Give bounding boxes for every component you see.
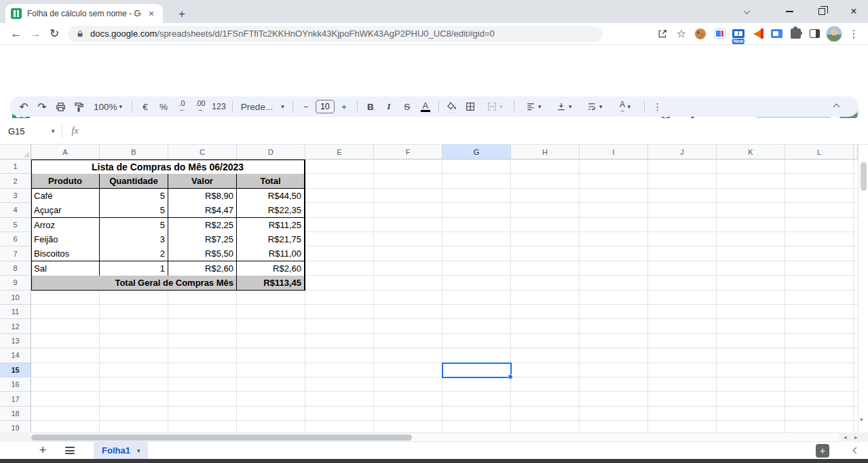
column-header-G[interactable]: G — [442, 145, 511, 160]
name-box[interactable]: G15 — [0, 126, 52, 136]
cell-C4[interactable]: R$4,47 — [168, 203, 237, 218]
column-header-K[interactable]: K — [717, 145, 785, 160]
window-close-button[interactable]: × — [844, 3, 864, 20]
font-size-input[interactable]: 10 — [316, 100, 335, 113]
row-header-5[interactable]: 5 — [0, 218, 31, 232]
borders-icon[interactable] — [461, 98, 479, 115]
text-rotation-icon[interactable]: A→▾ — [610, 98, 640, 115]
row-header-8[interactable]: 8 — [0, 261, 31, 276]
show-side-panel-icon[interactable] — [853, 447, 860, 454]
cell-C3[interactable]: R$8,90 — [168, 189, 237, 204]
address-bar[interactable]: docs.google.com/spreadsheets/d/1FSnFTfiT… — [68, 26, 603, 42]
select-all-corner[interactable] — [0, 145, 31, 160]
cell-D5[interactable]: R$11,25 — [237, 218, 305, 233]
column-header-A[interactable]: A — [31, 145, 100, 160]
window-restore-button[interactable] — [812, 3, 832, 20]
column-header-H[interactable]: H — [511, 145, 580, 160]
undo-icon[interactable]: ↶ — [15, 98, 33, 115]
browser-profile-avatar[interactable] — [826, 26, 842, 42]
reload-icon[interactable]: ↻ — [45, 24, 64, 43]
browser-tab[interactable]: Folha de cálculo sem nome - Go × — [5, 4, 163, 23]
row-header-17[interactable]: 17 — [0, 392, 31, 406]
column-header-L[interactable]: L — [785, 145, 854, 160]
bookmark-star-icon[interactable]: ☆ — [674, 26, 689, 41]
increase-decimal-icon[interactable]: .00→ — [191, 98, 209, 115]
cell-D2[interactable]: Total — [237, 174, 305, 189]
new-tab-button[interactable]: + — [174, 6, 190, 22]
cell-A2[interactable]: Produto — [31, 174, 100, 189]
vertical-scrollbar[interactable]: ▾ — [858, 145, 868, 432]
scroll-down-icon[interactable]: ▾ — [860, 416, 863, 423]
row-header-4[interactable]: 4 — [0, 203, 31, 217]
share-page-icon[interactable] — [655, 26, 670, 41]
cell-title-A1[interactable]: Lista de Compras do Mês 06/2023 — [31, 160, 305, 174]
scroll-left-icon[interactable]: ◂ — [844, 434, 847, 441]
column-header-E[interactable]: E — [305, 145, 374, 160]
row-header-14[interactable]: 14 — [0, 348, 31, 363]
formula-input[interactable] — [79, 118, 868, 144]
browser-menu-icon[interactable]: ⋮ — [846, 26, 861, 41]
cell-B8[interactable]: 1 — [100, 261, 168, 276]
cell-D7[interactable]: R$11,00 — [237, 246, 305, 261]
decrease-decimal-icon[interactable]: .0← — [173, 98, 191, 115]
text-wrap-icon[interactable]: ▾ — [580, 98, 609, 115]
scroll-right-icon[interactable]: ▸ — [854, 434, 858, 441]
row-header-7[interactable]: 7 — [0, 246, 31, 261]
cell-A6[interactable]: Feijão — [31, 232, 100, 247]
horizontal-scrollbar-thumb[interactable] — [31, 434, 412, 441]
column-header-J[interactable]: J — [648, 145, 717, 160]
cell-D3[interactable]: R$44,50 — [237, 189, 305, 204]
increase-font-size-button[interactable]: + — [335, 98, 353, 115]
column-header-C[interactable]: C — [168, 145, 237, 160]
window-minimize-button[interactable] — [779, 3, 799, 20]
cookie-extension-icon[interactable] — [693, 26, 708, 41]
decrease-font-size-button[interactable]: − — [297, 98, 315, 115]
cell-B5[interactable]: 5 — [100, 218, 168, 233]
cell-A3[interactable]: Café — [31, 189, 100, 204]
cell-A5[interactable]: Arroz — [31, 218, 100, 233]
fill-color-icon[interactable] — [443, 98, 461, 115]
cell-B6[interactable]: 3 — [100, 232, 168, 247]
add-sheet-icon[interactable]: + — [34, 443, 52, 458]
cell-D6[interactable]: R$21,75 — [237, 232, 305, 247]
selected-cell-outline[interactable] — [442, 363, 512, 378]
row-header-11[interactable]: 11 — [0, 305, 31, 319]
row-header-12[interactable]: 12 — [0, 319, 31, 333]
format-currency-icon[interactable]: € — [136, 98, 154, 115]
cell-A4[interactable]: Açuçar — [31, 203, 100, 218]
cell-D8[interactable]: R$2,60 — [237, 261, 305, 276]
toolbar-more-icon[interactable]: ⋮ — [649, 98, 666, 115]
side-panel-icon[interactable] — [807, 26, 822, 41]
row-header-13[interactable]: 13 — [0, 334, 31, 348]
zoom-select[interactable]: 100%▾ — [88, 98, 128, 115]
text-color-icon[interactable]: A — [417, 98, 434, 115]
cell-footer-value-D9[interactable]: R$113,45 — [237, 276, 305, 291]
cell-C5[interactable]: R$2,25 — [168, 218, 237, 233]
cell-C8[interactable]: R$2,60 — [168, 261, 237, 276]
tab-search-icon[interactable] — [736, 3, 757, 20]
hide-menus-icon[interactable] — [827, 98, 845, 115]
row-header-2[interactable]: 2 — [0, 174, 31, 188]
strikethrough-icon[interactable]: S — [398, 98, 416, 115]
format-percent-icon[interactable]: % — [155, 98, 172, 115]
column-header-F[interactable]: F — [374, 145, 442, 160]
cell-B3[interactable]: 5 — [100, 189, 168, 204]
cell-B2[interactable]: Quantidade — [100, 174, 168, 189]
tab-close-icon[interactable]: × — [145, 7, 157, 20]
vertical-scrollbar-thumb[interactable] — [861, 162, 867, 191]
merge-cells-icon[interactable]: ▾ — [480, 98, 510, 115]
sheet-tab-folha1[interactable]: Folha1 ▾ — [94, 442, 148, 459]
cell-A8[interactable]: Sal — [31, 261, 100, 276]
cell-B7[interactable]: 2 — [100, 246, 168, 261]
new-badge-extension-icon[interactable]: New — [731, 26, 746, 41]
back-icon[interactable]: ← — [7, 24, 26, 43]
extension-overlay-icon[interactable]: + — [816, 444, 829, 458]
row-header-19[interactable]: 19 — [0, 421, 31, 432]
horizontal-scrollbar[interactable] — [31, 432, 839, 442]
cell-footer-label-A9[interactable]: Total Geral de Compras Mês — [31, 276, 237, 291]
fill-handle[interactable] — [508, 374, 513, 379]
column-header-D[interactable]: D — [237, 145, 305, 160]
cell-C2[interactable]: Valor — [168, 174, 237, 189]
row-header-9[interactable]: 9 — [0, 276, 31, 290]
paint-format-icon[interactable] — [70, 98, 88, 115]
